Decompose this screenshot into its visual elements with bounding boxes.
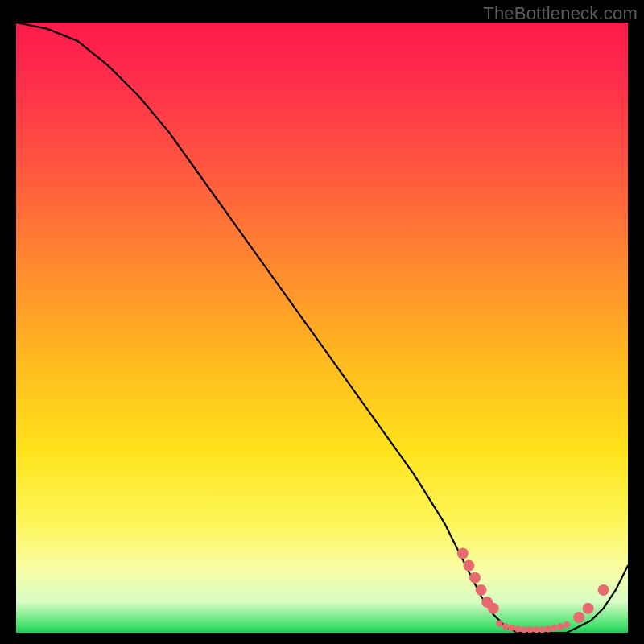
highlight-dot xyxy=(573,612,584,623)
highlight-dot xyxy=(583,603,594,614)
highlight-dot xyxy=(502,623,509,630)
highlight-dot xyxy=(564,621,570,628)
highlight-dot xyxy=(545,625,551,632)
highlight-dot xyxy=(557,623,564,630)
highlight-dot xyxy=(476,584,487,596)
highlight-dot xyxy=(488,603,499,614)
highlight-dot xyxy=(514,625,521,632)
highlight-dot xyxy=(457,548,469,559)
bottleneck-curve xyxy=(16,23,628,633)
highlight-dot xyxy=(526,626,533,633)
highlight-dot xyxy=(533,626,539,633)
highlight-dot xyxy=(551,625,558,631)
chart-frame: TheBottleneck.com xyxy=(0,0,644,644)
highlight-dot xyxy=(463,560,474,572)
highlight-dot xyxy=(469,572,481,584)
plot-area xyxy=(16,23,628,633)
highlight-dot xyxy=(539,626,545,633)
highlight-dot xyxy=(508,625,514,631)
watermark-text: TheBottleneck.com xyxy=(483,3,638,24)
highlight-dot xyxy=(521,626,527,633)
highlight-dots-group xyxy=(457,548,609,634)
highlight-dot xyxy=(496,620,502,626)
curve-layer xyxy=(16,23,628,633)
highlight-dot xyxy=(598,584,609,596)
